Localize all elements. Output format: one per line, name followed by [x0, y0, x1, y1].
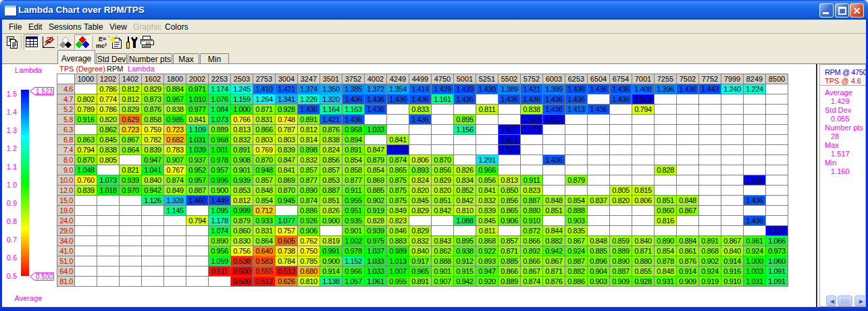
svg-text:mc²: mc²: [96, 43, 107, 49]
svg-text:1.523: 1.523: [36, 88, 53, 95]
svg-text:0.500: 0.500: [36, 273, 53, 281]
svg-text:E=: E=: [99, 36, 106, 43]
